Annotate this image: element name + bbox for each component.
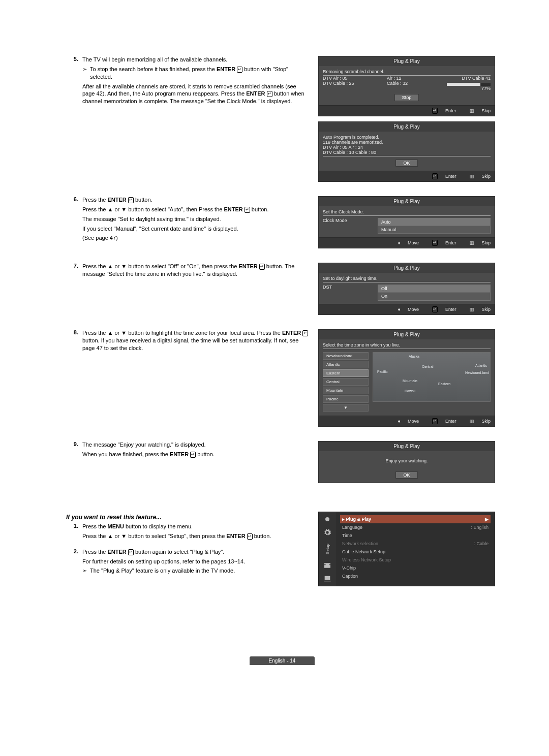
updown-icon: ♦ bbox=[398, 307, 401, 312]
reset-step-2: 2. Press the ENTER ↵ button again to sel… bbox=[66, 548, 310, 577]
enter-icon: ↵ bbox=[432, 108, 438, 114]
osd-scrambled: Plug & Play Removing scrambled channel. … bbox=[318, 56, 495, 116]
page-footer: English - 14 bbox=[66, 657, 498, 664]
step-text: The TV will begin memorizing all of the … bbox=[82, 56, 310, 64]
setup-item-language[interactable]: Language: English bbox=[340, 523, 491, 531]
picture-icon bbox=[323, 515, 331, 523]
osd-dst: Plug & Play Set to daylight saving time.… bbox=[318, 263, 495, 315]
osd-title: Plug & Play bbox=[319, 122, 495, 132]
ok-button[interactable]: OK bbox=[395, 160, 417, 167]
step-5: 5. The TV will begin memorizing all of t… bbox=[66, 56, 310, 107]
osd-timezone: Plug & Play Select the time zone in whic… bbox=[318, 329, 495, 427]
enter-icon: ↵ bbox=[128, 549, 134, 555]
step-6: 6. Press the ENTER ↵ button. Press the ▲… bbox=[66, 196, 310, 244]
ok-button[interactable]: OK bbox=[395, 471, 417, 479]
stop-button[interactable]: Stop bbox=[394, 94, 419, 101]
field-label: Clock Mode bbox=[323, 218, 369, 234]
setup-item-v-chip[interactable]: V-Chip bbox=[340, 564, 491, 572]
updown-icon: ♦ bbox=[398, 419, 401, 424]
gear-icon bbox=[323, 528, 331, 537]
input-icon bbox=[323, 561, 331, 570]
timezone-list[interactable]: Newfoundland Atlantic Eastern Central Mo… bbox=[323, 352, 369, 413]
option-manual[interactable]: Manual bbox=[378, 226, 490, 234]
enter-icon: ↵ bbox=[267, 91, 272, 97]
enter-icon: ↵ bbox=[128, 197, 134, 203]
menu-icon: ▥ bbox=[470, 108, 474, 113]
enter-icon: ↵ bbox=[432, 418, 438, 424]
tz-eastern[interactable]: Eastern bbox=[323, 369, 369, 377]
tz-mountain[interactable]: Mountain bbox=[323, 387, 369, 394]
reset-step-1: 1. Press the MENU button to display the … bbox=[66, 523, 310, 542]
step-8: 8. Press the ▲ or ▼ button to highlight … bbox=[66, 329, 310, 354]
app-icon bbox=[323, 575, 331, 583]
enter-icon: ↵ bbox=[432, 240, 438, 246]
field-label: DST bbox=[323, 285, 369, 301]
osd-clock-mode: Plug & Play Set the Clock Mode. Clock Mo… bbox=[318, 196, 495, 248]
enter-icon: ↵ bbox=[259, 264, 265, 270]
tz-pacific[interactable]: Pacific bbox=[323, 395, 369, 403]
scroll-down-icon[interactable]: ▼ bbox=[323, 404, 369, 412]
option-auto[interactable]: Auto bbox=[378, 218, 490, 226]
setup-item-plug-play[interactable]: ▸ Plug & Play▶ bbox=[340, 515, 491, 523]
timezone-map: Alaska Pacific Mountain Hawaii Central E… bbox=[373, 352, 491, 402]
enter-icon: ↵ bbox=[247, 533, 253, 540]
step-number: 5. bbox=[66, 56, 82, 107]
enter-icon: ↵ bbox=[237, 67, 242, 73]
enter-icon: ↵ bbox=[190, 452, 196, 458]
tz-newfoundland[interactable]: Newfoundland bbox=[323, 352, 369, 360]
step-9: 9. The message "Enjoy your watching." is… bbox=[66, 441, 310, 460]
manual-page: 5. The TV will begin memorizing all of t… bbox=[0, 0, 549, 694]
option-off[interactable]: Off bbox=[378, 285, 490, 293]
tz-atlantic[interactable]: Atlantic bbox=[323, 361, 369, 368]
menu-icon: ▥ bbox=[470, 419, 474, 424]
note-arrow-icon: ➣ bbox=[82, 567, 90, 575]
menu-icon: ▥ bbox=[470, 307, 474, 312]
step-7: 7. Press the ▲ or ▼ button to select "Of… bbox=[66, 263, 310, 280]
dst-select[interactable]: Off On bbox=[378, 285, 491, 301]
osd-enjoy: Plug & Play Enjoy your watching. OK bbox=[318, 441, 495, 483]
enter-icon: ↵ bbox=[432, 173, 438, 179]
setup-item-caption[interactable]: Caption bbox=[340, 572, 491, 580]
updown-icon: ♦ bbox=[398, 240, 401, 245]
enter-icon: ↵ bbox=[432, 306, 438, 312]
setup-item-cable-network-setup[interactable]: Cable Network Setup bbox=[340, 548, 491, 556]
tab-setup[interactable]: Setup bbox=[325, 542, 330, 556]
osd-setup-menu: Setup ▸ Plug & Play▶Language: EnglishTim… bbox=[318, 512, 495, 586]
osd-title: Plug & Play bbox=[319, 56, 495, 66]
enter-icon: ↵ bbox=[302, 330, 308, 336]
setup-item-wireless-network-setup[interactable]: Wireless Network Setup bbox=[340, 556, 491, 564]
option-on[interactable]: On bbox=[378, 293, 490, 300]
menu-icon: ▥ bbox=[470, 174, 474, 179]
reset-heading: If you want to reset this feature... bbox=[66, 514, 310, 521]
setup-menu-list: ▸ Plug & Play▶Language: EnglishTimeNetwo… bbox=[336, 512, 495, 586]
clock-mode-select[interactable]: Auto Manual bbox=[378, 218, 491, 234]
tz-central[interactable]: Central bbox=[323, 378, 369, 386]
enter-icon: ↵ bbox=[245, 207, 250, 213]
setup-item-network-selection[interactable]: Network selection: Cable bbox=[340, 540, 491, 548]
note-line: ➣ To stop the search before it has finis… bbox=[82, 66, 310, 83]
osd-completed: Plug & Play Auto Program is completed. 1… bbox=[318, 121, 495, 182]
setup-item-time[interactable]: Time bbox=[340, 531, 491, 540]
menu-icon: ▥ bbox=[470, 240, 474, 245]
chevron-right-icon: ▶ bbox=[482, 517, 489, 522]
note-arrow-icon: ➣ bbox=[82, 66, 90, 73]
